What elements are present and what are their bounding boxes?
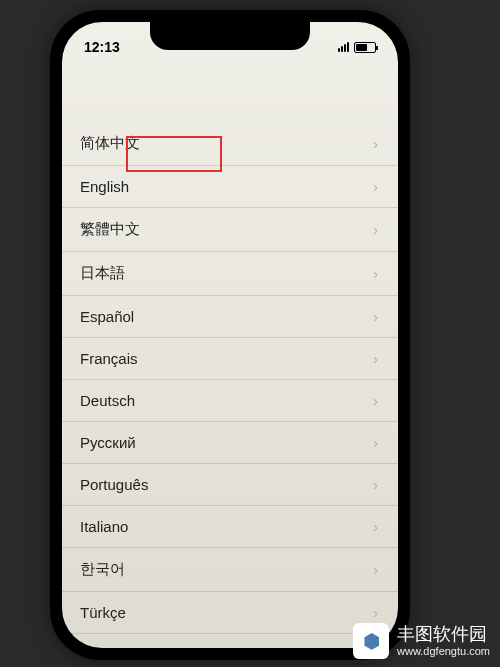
chevron-right-icon: › <box>373 393 378 409</box>
chevron-right-icon: › <box>373 179 378 195</box>
language-label: Português <box>80 476 148 493</box>
language-row[interactable]: 简体中文› <box>62 122 398 166</box>
language-row[interactable]: Português› <box>62 464 398 506</box>
chevron-right-icon: › <box>373 136 378 152</box>
language-label: 简体中文 <box>80 134 140 153</box>
language-label: Русский <box>80 434 136 451</box>
chevron-right-icon: › <box>373 266 378 282</box>
language-label: Français <box>80 350 138 367</box>
language-list[interactable]: 简体中文›English›繁體中文›日本語›Español›Français›D… <box>62 122 398 634</box>
chevron-right-icon: › <box>373 519 378 535</box>
language-label: 한국어 <box>80 560 125 579</box>
chevron-right-icon: › <box>373 309 378 325</box>
language-row[interactable]: Türkçe› <box>62 592 398 634</box>
watermark-text: 丰图软件园 www.dgfengtu.com <box>397 624 490 659</box>
language-row[interactable]: 日本語› <box>62 252 398 296</box>
chevron-right-icon: › <box>373 435 378 451</box>
language-row[interactable]: English› <box>62 166 398 208</box>
phone-frame: 12:13 简体中文›English›繁體中文›日本語›Español›Fran… <box>50 10 410 660</box>
watermark-title: 丰图软件园 <box>397 624 490 646</box>
language-label: Deutsch <box>80 392 135 409</box>
language-label: Italiano <box>80 518 128 535</box>
language-row[interactable]: Deutsch› <box>62 380 398 422</box>
status-time: 12:13 <box>84 39 120 55</box>
language-row[interactable]: Italiano› <box>62 506 398 548</box>
language-row[interactable]: Español› <box>62 296 398 338</box>
phone-screen: 12:13 简体中文›English›繁體中文›日本語›Español›Fran… <box>62 22 398 648</box>
signal-icon <box>338 42 349 52</box>
language-label: Türkçe <box>80 604 126 621</box>
language-label: 繁體中文 <box>80 220 140 239</box>
watermark: ⬢ 丰图软件园 www.dgfengtu.com <box>353 623 490 659</box>
chevron-right-icon: › <box>373 222 378 238</box>
language-row[interactable]: Русский› <box>62 422 398 464</box>
language-row[interactable]: 한국어› <box>62 548 398 592</box>
chevron-right-icon: › <box>373 605 378 621</box>
language-row[interactable]: Français› <box>62 338 398 380</box>
language-label: Español <box>80 308 134 325</box>
language-label: 日本語 <box>80 264 125 283</box>
chevron-right-icon: › <box>373 351 378 367</box>
chevron-right-icon: › <box>373 562 378 578</box>
language-row[interactable]: 繁體中文› <box>62 208 398 252</box>
status-right <box>338 42 376 53</box>
notch <box>150 22 310 50</box>
watermark-logo-icon: ⬢ <box>353 623 389 659</box>
battery-icon <box>354 42 376 53</box>
chevron-right-icon: › <box>373 477 378 493</box>
watermark-url: www.dgfengtu.com <box>397 645 490 658</box>
language-label: English <box>80 178 129 195</box>
